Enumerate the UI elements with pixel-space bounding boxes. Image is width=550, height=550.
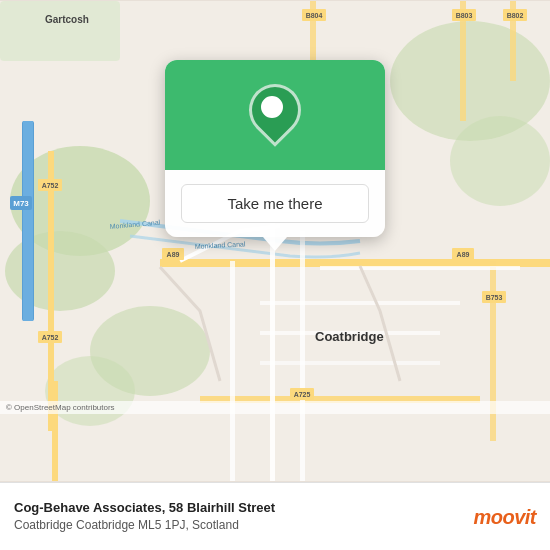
svg-rect-13 bbox=[400, 259, 550, 267]
take-me-there-button[interactable]: Take me there bbox=[181, 184, 369, 223]
svg-text:Coatbridge: Coatbridge bbox=[315, 329, 384, 344]
svg-rect-25 bbox=[260, 361, 440, 365]
svg-rect-11 bbox=[52, 381, 58, 481]
moovit-logo: moovit bbox=[473, 507, 536, 527]
info-bar: Cog-Behave Associates, 58 Blairhill Stre… bbox=[0, 482, 550, 550]
location-subtitle: Coatbridge Coatbridge ML5 1PJ, Scotland bbox=[14, 517, 461, 534]
svg-point-4 bbox=[450, 116, 550, 206]
svg-rect-7 bbox=[0, 1, 120, 61]
popup-pin-area bbox=[165, 60, 385, 170]
svg-text:A89: A89 bbox=[167, 251, 180, 258]
svg-text:B753: B753 bbox=[486, 294, 503, 301]
map-popup: Take me there bbox=[165, 60, 385, 237]
svg-text:A725: A725 bbox=[294, 391, 311, 398]
svg-rect-22 bbox=[320, 266, 520, 270]
svg-rect-9 bbox=[23, 121, 33, 321]
svg-text:B803: B803 bbox=[456, 12, 473, 19]
map-attribution: © OpenStreetMap contributors bbox=[0, 401, 550, 414]
svg-text:B804: B804 bbox=[306, 12, 323, 19]
location-pin-icon bbox=[249, 84, 301, 146]
svg-text:A752: A752 bbox=[42, 182, 59, 189]
svg-rect-20 bbox=[300, 231, 305, 481]
svg-rect-23 bbox=[260, 301, 460, 305]
location-title: Cog-Behave Associates, 58 Blairhill Stre… bbox=[14, 499, 461, 517]
svg-text:M73: M73 bbox=[13, 199, 29, 208]
svg-text:A752: A752 bbox=[42, 334, 59, 341]
popup-tail bbox=[263, 237, 287, 251]
svg-rect-19 bbox=[270, 221, 275, 481]
map-area: M73 A752 A752 A89 A89 B802 B803 B804 B75… bbox=[0, 0, 550, 482]
moovit-letter: moovit bbox=[473, 507, 536, 527]
info-text: Cog-Behave Associates, 58 Blairhill Stre… bbox=[14, 499, 461, 534]
svg-text:Gartcosh: Gartcosh bbox=[45, 14, 89, 25]
popup-button-area: Take me there bbox=[165, 170, 385, 237]
svg-point-2 bbox=[5, 231, 115, 311]
svg-rect-17 bbox=[490, 261, 496, 441]
svg-point-6 bbox=[45, 356, 135, 426]
svg-text:A89: A89 bbox=[457, 251, 470, 258]
app-container: M73 A752 A752 A89 A89 B802 B803 B804 B75… bbox=[0, 0, 550, 550]
svg-text:B802: B802 bbox=[507, 12, 524, 19]
svg-rect-21 bbox=[230, 261, 235, 481]
